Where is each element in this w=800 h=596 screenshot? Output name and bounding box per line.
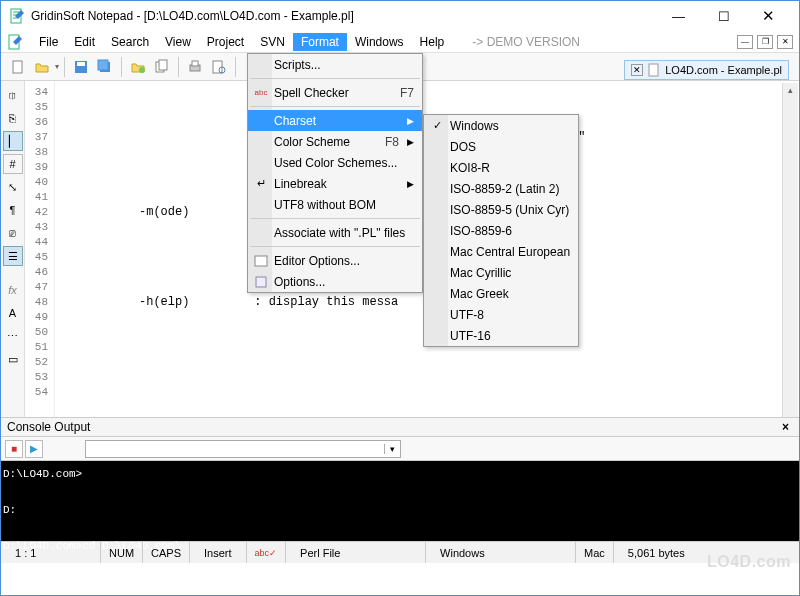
menu-edit[interactable]: Edit (66, 33, 103, 51)
window-title: GridinSoft Notepad - [D:\LO4D.com\LO4D.c… (31, 9, 656, 23)
charset-item-mac-cyrillic[interactable]: Mac Cyrillic (424, 262, 578, 283)
console-stop-button[interactable]: ■ (5, 440, 23, 458)
charset-item-utf-8[interactable]: UTF-8 (424, 304, 578, 325)
format-item-spell-checker[interactable]: abcSpell CheckerF7 (248, 82, 422, 103)
line-gutter: 34 35 36 37 38 39 40 41 42 43 44 45 46 4… (25, 81, 55, 417)
preview-icon[interactable] (208, 56, 230, 78)
menubar: FileEditSearchViewProjectSVNFormatWindow… (1, 31, 799, 53)
svg-rect-6 (98, 60, 108, 70)
files-icon[interactable] (151, 56, 173, 78)
console-output-header: Console Output × (1, 417, 799, 437)
console-output[interactable]: D:\LO4D.com> D: D:\LO4D.com>cd D:\LO4D.c… (1, 461, 799, 541)
close-button[interactable]: ✕ (746, 2, 791, 30)
svg-rect-14 (649, 64, 658, 76)
minimize-button[interactable]: — (656, 2, 701, 30)
tab-label: LO4D.com - Example.pl (665, 64, 782, 76)
charset-item-dos[interactable]: DOS (424, 136, 578, 157)
side-toolbar: ⎅ ⎘ ▏ # ⤡ ¶ ⎚ ☰ fx A ⋯ ▭ (1, 81, 25, 417)
editor-tab[interactable]: ✕ LO4D.com - Example.pl (624, 60, 789, 80)
svg-rect-4 (77, 62, 85, 66)
status-caps: CAPS (143, 542, 190, 563)
status-encoding: Mac (576, 542, 614, 563)
status-filetype: Perl File (286, 542, 426, 563)
menu-view[interactable]: View (157, 33, 199, 51)
titlebar: GridinSoft Notepad - [D:\LO4D.com\LO4D.c… (1, 1, 799, 31)
menu-search[interactable]: Search (103, 33, 157, 51)
file-icon (647, 63, 661, 77)
mdi-restore-button[interactable]: ❐ (757, 35, 773, 49)
status-num: NUM (101, 542, 143, 563)
side-btn-fx[interactable]: fx (3, 280, 23, 300)
app-icon (9, 8, 25, 24)
side-btn-separator[interactable]: ⋯ (3, 326, 23, 346)
format-item-charset[interactable]: Charset▶ (248, 110, 422, 131)
svg-point-7 (139, 67, 145, 73)
format-item-associate-with-pl-files[interactable]: Associate with ".PL" files (248, 222, 422, 243)
status-charset: Windows (426, 542, 576, 563)
print-icon[interactable] (184, 56, 206, 78)
open-file-icon[interactable] (31, 56, 53, 78)
format-item-linebreak[interactable]: ↵Linebreak▶ (248, 173, 422, 194)
save-all-icon[interactable] (94, 56, 116, 78)
save-icon[interactable] (70, 56, 92, 78)
vertical-scrollbar[interactable]: ▴ (782, 83, 798, 417)
status-size: 5,061 bytes (614, 542, 699, 563)
format-item-color-scheme[interactable]: Color SchemeF8▶ (248, 131, 422, 152)
side-btn-hash[interactable]: # (3, 154, 23, 174)
menu-svn[interactable]: SVN (252, 33, 293, 51)
charset-submenu: ✓WindowsDOSKOI8-RISO-8859-2 (Latin 2)ISO… (423, 114, 579, 347)
side-btn-doc[interactable]: ▭ (3, 349, 23, 369)
svg-rect-2 (13, 61, 22, 73)
demo-label: -> DEMO VERSION (472, 35, 580, 49)
console-title: Console Output (7, 420, 90, 434)
charset-item-iso-8859-6[interactable]: ISO-8859-6 (424, 220, 578, 241)
side-btn-5[interactable]: ⤡ (3, 177, 23, 197)
status-spellcheck-icon[interactable]: abc✓ (247, 542, 287, 563)
charset-item-koi8-r[interactable]: KOI8-R (424, 157, 578, 178)
menu-file[interactable]: File (31, 33, 66, 51)
svg-rect-16 (256, 277, 266, 287)
menu-windows[interactable]: Windows (347, 33, 412, 51)
charset-item-iso-8859-5-unix-cyr-[interactable]: ISO-8859-5 (Unix Cyr) (424, 199, 578, 220)
charset-item-mac-greek[interactable]: Mac Greek (424, 283, 578, 304)
charset-item-utf-16[interactable]: UTF-16 (424, 325, 578, 346)
charset-item-windows[interactable]: ✓Windows (424, 115, 578, 136)
charset-item-mac-central-european[interactable]: Mac Central European (424, 241, 578, 262)
new-file-icon[interactable] (7, 56, 29, 78)
format-item-used-color-schemes-[interactable]: Used Color Schemes... (248, 152, 422, 173)
format-item-utf8-without-bom[interactable]: UTF8 without BOM (248, 194, 422, 215)
side-btn-lines[interactable]: ☰ (3, 246, 23, 266)
side-btn-7[interactable]: ⎚ (3, 223, 23, 243)
project-icon[interactable] (127, 56, 149, 78)
tab-close-icon[interactable]: ✕ (631, 64, 643, 76)
side-btn-2[interactable]: ⎘ (3, 108, 23, 128)
status-insert: Insert (190, 542, 247, 563)
format-item-options-[interactable]: Options... (248, 271, 422, 292)
maximize-button[interactable]: ☐ (701, 2, 746, 30)
console-toolbar: ■ ▶ ▾ (1, 437, 799, 461)
svg-rect-15 (255, 256, 267, 266)
statusbar: 1 : 1 NUM CAPS Insert abc✓ Perl File Win… (1, 541, 799, 563)
mdi-minimize-button[interactable]: — (737, 35, 753, 49)
console-run-button[interactable]: ▶ (25, 440, 43, 458)
menu-project[interactable]: Project (199, 33, 252, 51)
menu-format[interactable]: Format (293, 33, 347, 51)
svg-rect-11 (192, 61, 198, 66)
charset-item-iso-8859-2-latin-2-[interactable]: ISO-8859-2 (Latin 2) (424, 178, 578, 199)
svg-rect-9 (159, 60, 167, 70)
side-btn-indent[interactable]: ▏ (3, 131, 23, 151)
format-item-editor-options-[interactable]: Editor Options... (248, 250, 422, 271)
side-btn-A[interactable]: A (3, 303, 23, 323)
console-command-combo[interactable]: ▾ (85, 440, 401, 458)
console-close-icon[interactable]: × (778, 420, 793, 434)
format-menu: Scripts...abcSpell CheckerF7Charset▶Colo… (247, 53, 423, 293)
status-pos: 1 : 1 (1, 542, 101, 563)
mdi-close-button[interactable]: ✕ (777, 35, 793, 49)
menu-help[interactable]: Help (412, 33, 453, 51)
side-btn-para[interactable]: ¶ (3, 200, 23, 220)
app-small-icon (7, 34, 23, 50)
side-btn-1[interactable]: ⎅ (3, 85, 23, 105)
format-item-scripts-[interactable]: Scripts... (248, 54, 422, 75)
